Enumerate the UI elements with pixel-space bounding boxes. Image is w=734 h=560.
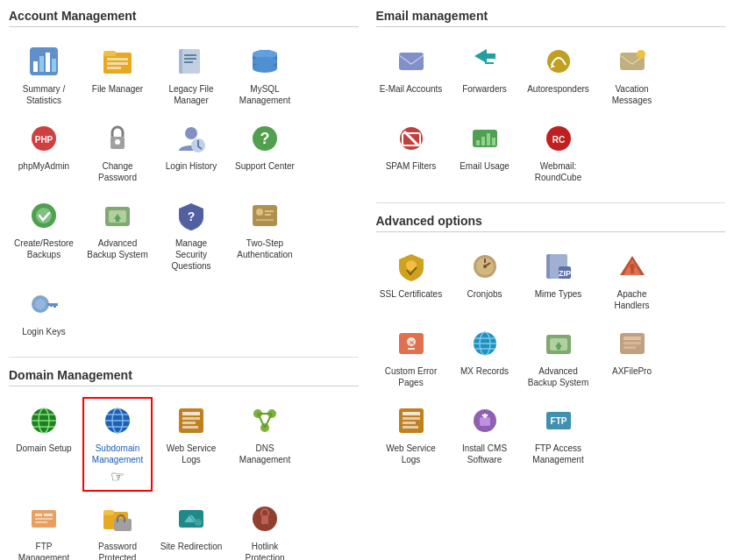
create-restore-label: Create/RestoreBackups <box>14 237 74 260</box>
forwarders-label: Forwarders <box>462 83 507 95</box>
icon-hotlink-protection[interactable]: HotlinkProtection <box>230 495 300 560</box>
advanced-backup-icon <box>102 200 133 231</box>
icon-autoresponders[interactable]: Autoresponders <box>524 38 594 111</box>
icon-axfilepro[interactable]: AXFilePro <box>597 320 667 393</box>
icon-phpmyadmin[interactable]: PHP phpMyAdmin <box>9 115 79 188</box>
icon-web-service-logs2[interactable]: Web ServiceLogs <box>376 397 446 471</box>
cronjobs-icon <box>469 251 501 282</box>
icon-ftp-access[interactable]: FTP FTP AccessManagement <box>524 397 594 471</box>
svg-rect-2 <box>39 56 44 72</box>
icon-create-restore[interactable]: Create/RestoreBackups <box>9 192 79 277</box>
icon-email-accounts[interactable]: E-Mail Accounts <box>376 38 446 111</box>
login-history-label: Login History <box>166 160 217 172</box>
apache-handlers-icon <box>616 251 648 282</box>
left-panel: Account Management Summary /Statistics <box>9 9 359 560</box>
icon-manage-security[interactable]: ? Manage SecurityQuestions <box>156 192 226 277</box>
icon-advanced-backup[interactable]: AdvancedBackup System <box>82 192 153 277</box>
svg-text:ZIP: ZIP <box>558 269 570 278</box>
svg-rect-38 <box>256 219 274 221</box>
phpmyadmin-label: phpMyAdmin <box>18 160 69 172</box>
icon-legacy-file[interactable]: Legacy FileManager <box>156 38 226 111</box>
icon-webmail[interactable]: RC Webmail:RoundCube <box>524 115 594 188</box>
icon-email-usage[interactable]: Email Usage <box>450 115 520 188</box>
icon-ssl-certificates[interactable]: SSL Certificates <box>376 243 446 316</box>
two-step-icon <box>249 200 281 231</box>
site-redirection-label: Site Redirection <box>160 541 223 552</box>
domain-management-title: Domain Management <box>9 368 359 386</box>
svg-point-96 <box>483 265 487 268</box>
svg-rect-7 <box>107 58 128 60</box>
icon-install-cms[interactable]: Install CMSSoftware <box>450 397 520 471</box>
spam-filters-icon <box>396 123 427 154</box>
cronjobs-label: Cronjobs <box>467 288 502 300</box>
icon-ftp-management[interactable]: FTP Management <box>9 495 79 560</box>
svg-rect-58 <box>182 426 198 429</box>
hotlink-protection-label: HotlinkProtection <box>245 541 284 560</box>
login-history-icon <box>175 123 207 154</box>
svg-rect-71 <box>103 510 114 515</box>
advanced-options-grid: SSL Certificates Cronjobs <box>376 243 726 471</box>
phpmyadmin-icon: PHP <box>28 123 60 154</box>
password-dirs-icon <box>102 503 133 535</box>
svg-text:?: ? <box>260 130 270 147</box>
icon-mx-records[interactable]: MX Records <box>450 320 520 393</box>
support-center-icon: ? <box>249 123 281 154</box>
account-management-title: Account Management <box>9 9 359 27</box>
dns-mgmt-icon <box>249 405 281 436</box>
login-keys-icon <box>28 288 60 320</box>
email-accounts-label: E-Mail Accounts <box>380 83 443 95</box>
svg-text:FTP: FTP <box>550 416 567 426</box>
icon-domain-setup[interactable]: Domain Setup <box>9 397 79 492</box>
ftp-management-label: FTP Management <box>12 541 75 560</box>
icon-two-step[interactable]: Two-StepAuthentication <box>230 192 300 277</box>
icon-web-service-logs[interactable]: Web ServiceLogs <box>156 397 226 492</box>
icon-vacation-messages[interactable]: VacationMessages <box>597 38 667 111</box>
icon-dns-mgmt[interactable]: DNSManagement <box>230 397 300 492</box>
svg-rect-43 <box>50 303 53 307</box>
svg-rect-56 <box>182 417 200 420</box>
svg-rect-66 <box>35 514 42 516</box>
mx-records-icon <box>469 328 501 359</box>
divider-advanced <box>376 202 726 203</box>
summary-icon <box>28 46 60 77</box>
icon-adv-backup-system[interactable]: AdvancedBackup System <box>524 320 594 393</box>
icon-forwarders[interactable]: Forwarders <box>450 38 520 111</box>
icon-mime-types[interactable]: ZIP Mime Types <box>524 243 594 316</box>
icon-change-password[interactable]: ChangePassword <box>82 115 153 188</box>
svg-text:?: ? <box>188 209 196 223</box>
svg-point-74 <box>195 519 202 526</box>
axfilepro-icon <box>616 328 648 359</box>
svg-rect-125 <box>480 417 490 426</box>
icon-apache-handlers[interactable]: Apache Handlers <box>597 243 667 316</box>
summary-label: Summary /Statistics <box>23 83 65 106</box>
icon-file-manager[interactable]: File Manager <box>82 38 153 111</box>
web-service-logs2-label: Web ServiceLogs <box>386 443 436 465</box>
two-step-label: Two-StepAuthentication <box>237 237 292 260</box>
autoresponders-icon <box>543 46 574 77</box>
adv-backup-system-label: AdvancedBackup System <box>528 365 588 388</box>
icon-summary[interactable]: Summary /Statistics <box>9 38 79 111</box>
icon-support-center[interactable]: ? Support Center <box>230 115 300 188</box>
icon-site-redirection[interactable]: Site Redirection <box>156 495 226 560</box>
icon-subdomain-mgmt[interactable]: SubdomainManagement ☞ <box>82 397 153 492</box>
svg-rect-57 <box>182 422 196 424</box>
icon-custom-error[interactable]: ✕ Custom ErrorPages <box>376 320 446 393</box>
icon-password-dirs[interactable]: PasswordProtectedDirectories <box>82 495 153 560</box>
vacation-messages-icon <box>616 46 648 77</box>
install-cms-icon <box>469 405 501 436</box>
svg-rect-4 <box>52 59 56 72</box>
cursor-hand: ☞ <box>110 467 125 486</box>
icon-login-history[interactable]: Login History <box>156 115 226 188</box>
icon-mysql[interactable]: MySQLManagement <box>230 38 300 111</box>
svg-rect-36 <box>265 210 274 212</box>
icon-cronjobs[interactable]: Cronjobs <box>450 243 520 316</box>
icon-login-keys[interactable]: Login Keys <box>9 280 79 343</box>
icon-spam-filters[interactable]: SPAM Filters <box>376 115 446 188</box>
svg-point-40 <box>35 299 46 309</box>
svg-rect-117 <box>624 342 641 344</box>
svg-rect-3 <box>46 53 50 72</box>
axfilepro-label: AXFilePro <box>612 365 652 377</box>
manage-security-icon: ? <box>175 200 207 231</box>
web-service-logs2-icon <box>396 405 427 436</box>
domain-management-grid: Domain Setup SubdomainManagement ☞ <box>9 397 359 560</box>
